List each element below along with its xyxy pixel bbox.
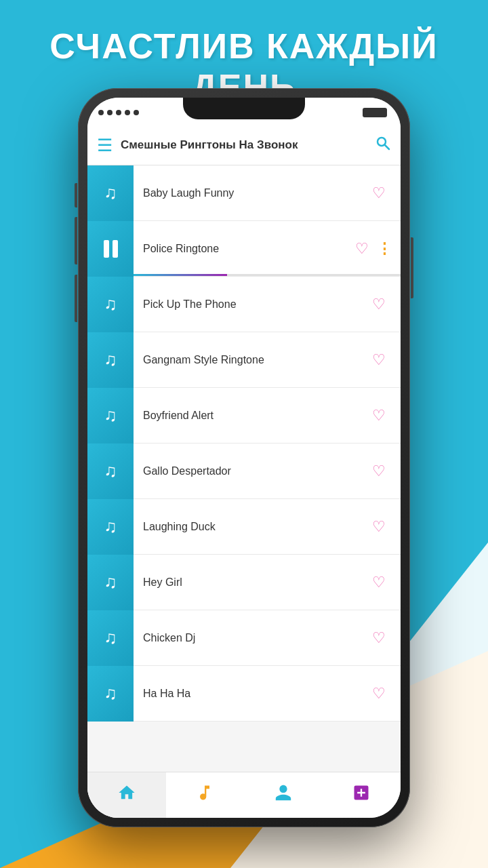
music-note-icon: ♫ — [104, 460, 117, 481]
list-item[interactable]: ♫ Boyfriend Alert ♡ — [87, 388, 401, 443]
ringtone-name: Gangnam Style Ringtone — [134, 354, 372, 366]
list-item[interactable]: ♫ Ha Ha Ha ♡ — [87, 666, 401, 722]
signal-dot-5 — [134, 110, 139, 115]
nav-person[interactable] — [244, 772, 323, 818]
list-item[interactable]: Police Ringtone ♡ ⋮ — [87, 221, 401, 277]
app-header-title: Смешные Рингтоны На Звонок — [121, 138, 367, 152]
side-btn-vol-up — [75, 217, 77, 264]
add-icon — [352, 783, 371, 807]
pause-icon — [104, 240, 118, 258]
hamburger-menu-icon[interactable]: ☰ — [97, 136, 113, 154]
favorite-icon[interactable]: ♡ — [372, 351, 386, 369]
item-icon-wrap: ♫ — [87, 332, 134, 388]
favorite-icon[interactable]: ♡ — [372, 518, 386, 536]
app-header: ☰ Смешные Рингтоны На Звонок — [87, 125, 401, 165]
favorite-icon[interactable]: ♡ — [372, 574, 386, 591]
music-note-icon: ♫ — [104, 294, 117, 315]
list-item[interactable]: ♫ Chicken Dj ♡ — [87, 610, 401, 666]
side-btn-mute — [75, 183, 77, 208]
favorite-icon[interactable]: ♡ — [372, 629, 386, 647]
signal-dot-2 — [107, 110, 113, 115]
favorite-icon[interactable]: ♡ — [372, 184, 386, 202]
more-options-icon[interactable]: ⋮ — [377, 240, 391, 258]
favorite-icon[interactable]: ♡ — [372, 407, 386, 425]
music-note-icon: ♫ — [104, 516, 117, 537]
phone-mockup: ☰ Смешные Рингтоны На Звонок ♫ — [78, 88, 410, 827]
music-note-icon: ♫ — [104, 182, 117, 203]
list-item[interactable]: ♫ Baby Laugh Funny ♡ — [87, 165, 401, 221]
list-item[interactable]: ♫ Gallo Despertador ♡ — [87, 443, 401, 499]
ringtone-list: ♫ Baby Laugh Funny ♡ Police — [87, 165, 401, 772]
ringtone-name: Ha Ha Ha — [134, 688, 372, 700]
item-icon-wrap: ♫ — [87, 610, 134, 666]
battery-icon — [363, 108, 387, 117]
music-note-icon: ♫ — [104, 627, 117, 648]
item-icon-wrap: ♫ — [87, 165, 134, 221]
ringtone-name: Police Ringtone — [134, 243, 355, 255]
ringtone-name: Gallo Despertador — [134, 465, 372, 477]
music-note-icon: ♫ — [104, 683, 117, 704]
item-icon-wrap: ♫ — [87, 666, 134, 722]
progress-bar — [134, 274, 401, 276]
list-item[interactable]: ♫ Pick Up The Phone ♡ — [87, 277, 401, 332]
signal-dot-1 — [98, 110, 104, 115]
favorite-icon[interactable]: ♡ — [372, 685, 386, 703]
favorite-icon[interactable]: ♡ — [372, 462, 386, 480]
item-icon-wrap: ♫ — [87, 277, 134, 332]
favorite-icon[interactable]: ♡ — [355, 240, 369, 258]
item-icon-wrap: ♫ — [87, 555, 134, 610]
phone-screen: ☰ Смешные Рингтоны На Звонок ♫ — [87, 98, 401, 818]
item-icon-wrap: ♫ — [87, 443, 134, 499]
svg-line-1 — [385, 145, 389, 149]
music-icon — [195, 783, 214, 807]
item-icon-wrap: ♫ — [87, 388, 134, 443]
list-item[interactable]: ♫ Laughing Duck ♡ — [87, 499, 401, 555]
item-icon-wrap: ♫ — [87, 499, 134, 555]
side-btn-power — [411, 237, 413, 298]
item-icon-wrap-playing — [87, 221, 134, 277]
phone-outer: ☰ Смешные Рингтоны На Звонок ♫ — [78, 88, 410, 827]
screen-content: ☰ Смешные Рингтоны На Звонок ♫ — [87, 98, 401, 818]
favorite-icon[interactable]: ♡ — [372, 296, 386, 313]
music-note-icon: ♫ — [104, 349, 117, 370]
ringtone-name: Chicken Dj — [134, 632, 372, 644]
list-item[interactable]: ♫ Gangnam Style Ringtone ♡ — [87, 332, 401, 388]
pause-bar-1 — [104, 240, 109, 258]
signal-dots — [98, 110, 139, 115]
ringtone-name: Pick Up The Phone — [134, 298, 372, 311]
nav-add[interactable] — [323, 772, 401, 818]
search-button[interactable] — [375, 135, 391, 155]
signal-dot-3 — [116, 110, 121, 115]
nav-music[interactable] — [166, 772, 245, 818]
person-icon — [274, 783, 293, 807]
nav-home[interactable] — [87, 772, 166, 818]
music-note-icon: ♫ — [104, 405, 117, 426]
pause-bar-2 — [113, 240, 118, 258]
bottom-nav — [87, 772, 401, 818]
signal-dot-4 — [125, 110, 130, 115]
home-icon — [117, 783, 136, 807]
ringtone-name: Baby Laugh Funny — [134, 187, 372, 199]
ringtone-name: Hey Girl — [134, 576, 372, 589]
ringtone-name: Boyfriend Alert — [134, 410, 372, 422]
side-btn-vol-down — [75, 275, 77, 322]
ringtone-name: Laughing Duck — [134, 521, 372, 533]
notch — [183, 98, 305, 119]
list-item[interactable]: ♫ Hey Girl ♡ — [87, 555, 401, 610]
music-note-icon: ♫ — [104, 572, 117, 593]
progress-bar-fill — [134, 274, 227, 276]
